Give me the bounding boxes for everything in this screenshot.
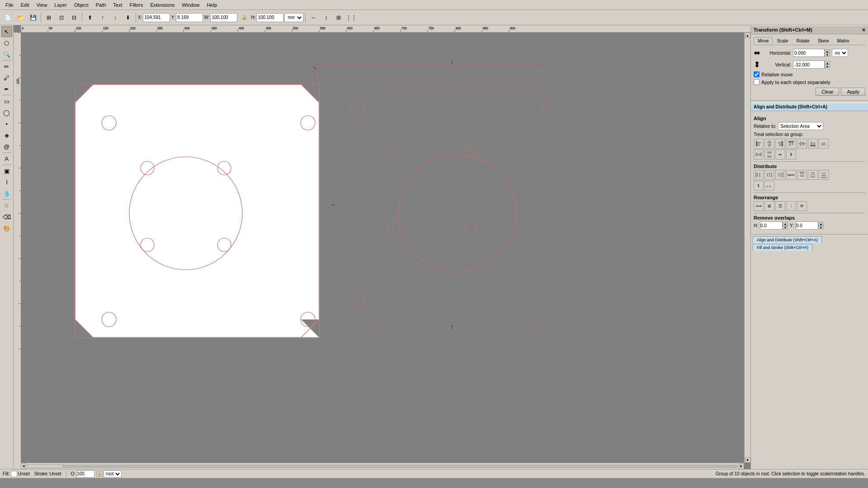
dist-center-v[interactable]: [808, 170, 818, 180]
pencil-tool[interactable]: ✏: [1, 61, 12, 72]
tab-skew[interactable]: Skew: [814, 37, 833, 45]
vertical-input[interactable]: [793, 61, 825, 69]
paint-tool[interactable]: 🎨: [1, 223, 12, 234]
canvas-area[interactable]: 0 50 100 150 200 250 300 350 400: [14, 25, 750, 469]
horizontal-down[interactable]: ▼: [825, 53, 830, 56]
spray-tool[interactable]: ⁙: [1, 200, 12, 211]
star-tool[interactable]: ⭑: [1, 118, 12, 129]
transform-top[interactable]: ⬆: [84, 12, 96, 23]
dist-gap-v[interactable]: ⥮: [754, 181, 764, 191]
rect-tool[interactable]: ▭: [1, 96, 12, 107]
menu-filters[interactable]: Filters: [126, 1, 147, 9]
new-button[interactable]: 📄: [2, 12, 14, 23]
align-left-edge[interactable]: [754, 139, 764, 149]
vertical-down[interactable]: ▼: [825, 65, 830, 68]
ellipse-tool[interactable]: ◯: [1, 107, 12, 118]
dist-top[interactable]: [797, 170, 807, 180]
layer-select[interactable]: root: [104, 470, 122, 478]
dist-bottom[interactable]: [819, 170, 829, 180]
menu-edit[interactable]: Edit: [17, 1, 33, 9]
scroll-down[interactable]: ▼: [745, 457, 750, 463]
rearrange-col[interactable]: ⋮: [786, 201, 796, 211]
scroll-up[interactable]: ▲: [745, 33, 750, 38]
connector-tool[interactable]: ⌇: [1, 177, 12, 188]
tab-align-distribute[interactable]: Align and Distribute (Shift+Ctrl+A): [753, 236, 822, 243]
spiral-tool[interactable]: @: [1, 141, 12, 152]
y-input[interactable]: [176, 13, 203, 22]
scroll-left[interactable]: ◄: [21, 464, 26, 469]
dist-gap-h[interactable]: ↦↤: [786, 170, 796, 180]
transform-btn[interactable]: ⊞: [333, 12, 344, 23]
dist-baseline[interactable]: a b: [764, 181, 774, 191]
w-input[interactable]: [210, 13, 237, 22]
horizontal-up[interactable]: ▲: [825, 49, 830, 53]
rearrange-row-btn[interactable]: ☰: [775, 201, 785, 211]
dist-right[interactable]: [775, 170, 785, 180]
overlap-v-down[interactable]: ▼: [818, 225, 824, 229]
flip-v[interactable]: ↕: [320, 12, 332, 23]
dist-left[interactable]: [754, 170, 764, 180]
menu-view[interactable]: View: [33, 1, 51, 9]
lock-aspect[interactable]: 🔒: [238, 12, 250, 23]
overlap-v-input[interactable]: [796, 221, 818, 230]
dropper-tool[interactable]: 💧: [1, 188, 12, 199]
menu-layer[interactable]: Layer: [51, 1, 71, 9]
transform-up[interactable]: ↑: [97, 12, 108, 23]
overlap-h-down[interactable]: ▼: [783, 225, 788, 229]
flip-h[interactable]: ↔: [307, 12, 319, 23]
transform-close[interactable]: ✕: [862, 28, 865, 33]
eraser-tool[interactable]: ⌫: [1, 211, 12, 222]
menu-window[interactable]: Window: [178, 1, 203, 9]
align-right-edge[interactable]: [775, 139, 785, 149]
transform-down[interactable]: ↓: [109, 12, 121, 23]
rearrange-grid[interactable]: ⊞: [764, 201, 774, 211]
align-text-baseline[interactable]: ab: [819, 139, 829, 149]
menu-path[interactable]: Path: [92, 1, 110, 9]
menu-object[interactable]: Object: [71, 1, 92, 9]
zoom-select[interactable]: ⊟: [68, 12, 80, 23]
open-button[interactable]: 📂: [14, 12, 26, 23]
align-remove-overlap-v[interactable]: ⇕: [786, 150, 796, 160]
save-button[interactable]: 💾: [27, 12, 39, 23]
apply-button[interactable]: Apply: [841, 88, 865, 96]
clear-button[interactable]: Clear: [816, 88, 839, 96]
transform-unit[interactable]: mmpxcm: [832, 49, 848, 57]
canvas-content[interactable]: ↔ ↕ ↔ ↕: [21, 33, 750, 469]
tab-fill-stroke[interactable]: Fill and Stroke (Shift+Ctrl+F): [753, 244, 812, 251]
align-remove-overlap-h[interactable]: ⇔: [775, 150, 785, 160]
horizontal-input[interactable]: [793, 49, 825, 57]
tab-scale[interactable]: Scale: [773, 37, 792, 45]
zoom-fit[interactable]: ⊞: [43, 12, 55, 23]
3d-box-tool[interactable]: ◈: [1, 130, 12, 141]
node-tool[interactable]: ⬡: [1, 38, 12, 48]
tab-matrix[interactable]: Matrix: [833, 37, 853, 45]
h-input[interactable]: [256, 13, 283, 22]
align-top-edge[interactable]: [786, 139, 796, 149]
transform-bottom[interactable]: ⬇: [122, 12, 134, 23]
tab-rotate[interactable]: Rotate: [792, 37, 813, 45]
tab-move[interactable]: Move: [754, 37, 773, 45]
rearrange-exchange[interactable]: ⟺: [754, 201, 764, 211]
opacity-input[interactable]: [76, 470, 94, 478]
align-bottom-edge[interactable]: [808, 139, 818, 149]
menu-help[interactable]: Help: [203, 1, 221, 9]
menu-file[interactable]: File: [2, 1, 17, 9]
relative-move-check[interactable]: [754, 71, 760, 77]
distribute-btn[interactable]: ⋮⋮: [345, 12, 357, 23]
vertical-up[interactable]: ▲: [825, 61, 830, 65]
select-tool[interactable]: ↖: [1, 26, 12, 37]
unit-select[interactable]: mmpxcmin: [284, 13, 303, 22]
align-exchange-h[interactable]: [754, 150, 764, 160]
dist-center-h[interactable]: [764, 170, 774, 180]
overlap-h-up[interactable]: ▲: [783, 222, 788, 225]
pen-tool[interactable]: 🖊: [1, 72, 12, 83]
overlap-h-input[interactable]: [760, 221, 783, 230]
opacity-lock[interactable]: 🔒: [96, 471, 103, 477]
align-center-h[interactable]: [764, 139, 774, 149]
relative-to-select[interactable]: Selection Area First selected Last selec…: [778, 122, 823, 130]
align-center-v[interactable]: [797, 139, 807, 149]
calligraphy-tool[interactable]: ✒: [1, 84, 12, 94]
zoom-tool[interactable]: 🔍: [1, 49, 12, 60]
x-input[interactable]: [143, 13, 170, 22]
menu-extensions[interactable]: Extensions: [146, 1, 178, 9]
